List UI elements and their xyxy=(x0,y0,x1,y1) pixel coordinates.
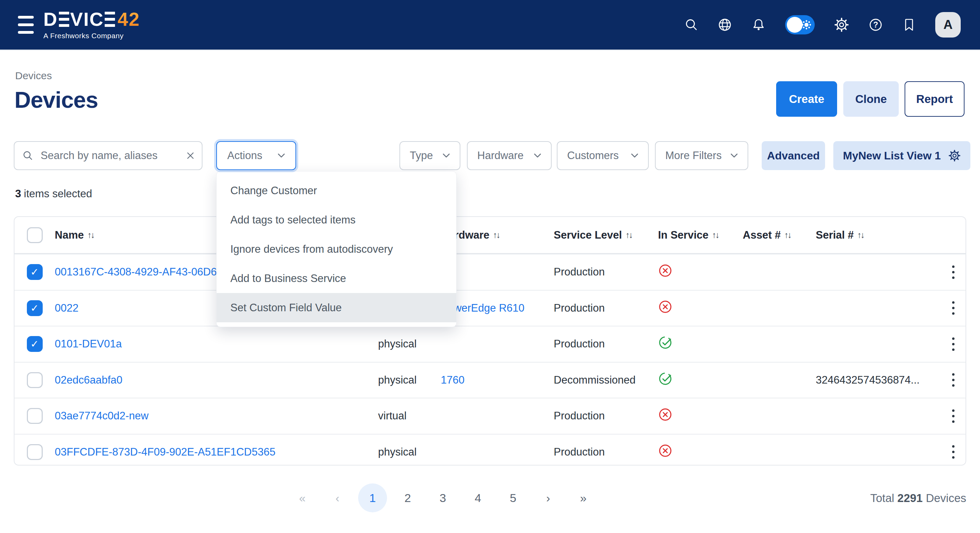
search-icon[interactable] xyxy=(684,18,698,32)
hardware-filter[interactable]: Hardware xyxy=(467,141,552,170)
table-header-row: Name↑↓ Type↑↓ Hardware↑↓ Service Level↑↓… xyxy=(14,217,966,254)
service-level-cell: Production xyxy=(554,266,658,278)
sort-icon[interactable]: ↑↓ xyxy=(784,230,791,240)
logo-letter: D xyxy=(43,10,58,29)
sort-icon[interactable]: ↑↓ xyxy=(625,230,632,240)
pagination-page-3[interactable]: 3 xyxy=(428,484,457,512)
device-name-link[interactable]: 03FFCDFE-873D-4F09-902E-A51EF1CD5365 xyxy=(55,446,378,458)
logo-letters: VIC xyxy=(70,10,104,29)
column-header-hardware[interactable]: Hardware↑↓ xyxy=(441,229,554,241)
pagination-page-5[interactable]: 5 xyxy=(499,484,528,512)
service-level-cell: Decommissioned xyxy=(554,374,658,386)
selection-summary: 3items selected xyxy=(15,188,92,200)
in-service-icon xyxy=(658,372,743,389)
gear-icon[interactable] xyxy=(948,150,961,162)
row-checkbox[interactable] xyxy=(27,264,43,280)
globe-icon[interactable] xyxy=(718,18,732,32)
search-input[interactable] xyxy=(40,149,179,162)
sort-icon[interactable]: ↑↓ xyxy=(493,230,499,240)
table-row: 0013167C-4308-4929-AF43-06D6 Production xyxy=(14,254,966,290)
row-checkbox[interactable] xyxy=(27,336,43,352)
device-name-link[interactable]: 02edc6aabfa0 xyxy=(55,374,378,386)
service-level-cell: Production xyxy=(554,446,658,458)
device-name-link[interactable]: 03ae7774c0d2-new xyxy=(55,410,378,422)
select-all-checkbox[interactable] xyxy=(27,227,43,243)
hardware-link[interactable]: 1760 xyxy=(441,374,554,386)
menu-item-add-to-business-service[interactable]: Add to Business Service xyxy=(216,264,456,293)
selection-count: 3 xyxy=(15,188,21,200)
type-filter[interactable]: Type xyxy=(399,141,460,170)
column-header-in-service[interactable]: In Service↑↓ xyxy=(658,229,743,241)
row-checkbox[interactable] xyxy=(27,444,43,460)
advanced-button[interactable]: Advanced xyxy=(762,141,825,170)
pagination-last[interactable]: » xyxy=(569,484,598,512)
devices-table: Name↑↓ Type↑↓ Hardware↑↓ Service Level↑↓… xyxy=(14,216,966,466)
bell-icon[interactable] xyxy=(751,18,766,32)
in-service-icon xyxy=(658,299,743,317)
column-header-asset[interactable]: Asset #↑↓ xyxy=(743,229,816,241)
device42-logo[interactable]: D VIC 42 A Freshworks Company xyxy=(43,10,140,40)
list-view-button[interactable]: MyNew List View 1 xyxy=(833,141,970,170)
actions-dropdown-button[interactable]: Actions xyxy=(216,141,296,170)
row-checkbox[interactable] xyxy=(27,372,43,388)
pagination-first[interactable]: « xyxy=(288,484,317,512)
hamburger-menu-icon[interactable] xyxy=(18,16,34,34)
row-actions-kebab[interactable] xyxy=(941,370,966,390)
in-service-icon xyxy=(658,336,743,353)
row-actions-kebab[interactable] xyxy=(941,334,966,354)
menu-item-ignore-devices[interactable]: Ignore devices from autodiscovery xyxy=(216,234,456,264)
customers-filter[interactable]: Customers xyxy=(557,141,649,170)
device-name-link[interactable]: 0101-DEV01a xyxy=(55,338,378,350)
search-box[interactable] xyxy=(14,141,202,170)
sort-icon[interactable]: ↑↓ xyxy=(87,230,94,240)
clear-search-icon[interactable] xyxy=(186,151,195,161)
column-header-serial[interactable]: Serial #↑↓ xyxy=(816,229,941,241)
sort-icon[interactable]: ↑↓ xyxy=(712,230,718,240)
sort-icon[interactable]: ↑↓ xyxy=(857,230,864,240)
menu-item-set-custom-field-value[interactable]: Set Custom Field Value xyxy=(216,293,456,322)
table-row: 0022 PowerEdge R610 Production xyxy=(14,290,966,326)
logo-letter-e xyxy=(105,12,115,27)
column-header-service-level[interactable]: Service Level↑↓ xyxy=(554,229,658,241)
gear-icon[interactable] xyxy=(834,17,849,32)
pagination-page-2[interactable]: 2 xyxy=(393,484,422,512)
pagination-prev[interactable]: ‹ xyxy=(323,484,352,512)
pagination-next[interactable]: › xyxy=(534,484,563,512)
table-row: 03ae7774c0d2-new virtual Production xyxy=(14,398,966,434)
row-checkbox[interactable] xyxy=(27,300,43,316)
menu-item-change-customer[interactable]: Change Customer xyxy=(216,176,456,205)
search-icon xyxy=(23,151,33,161)
serial-cell: 3246432574536874... xyxy=(816,374,941,386)
type-cell: physical xyxy=(378,446,441,458)
breadcrumb[interactable]: Devices xyxy=(15,70,52,81)
menu-item-add-tags[interactable]: Add tags to selected items xyxy=(216,205,456,234)
page-title: Devices xyxy=(14,87,98,113)
pagination-page-4[interactable]: 4 xyxy=(463,484,492,512)
chevron-down-icon xyxy=(631,153,638,158)
chevron-down-icon xyxy=(278,153,285,158)
more-filters-dropdown[interactable]: More Filters xyxy=(655,141,748,170)
report-button[interactable]: Report xyxy=(905,81,964,117)
bookmark-icon[interactable] xyxy=(902,18,916,32)
help-icon[interactable]: ? xyxy=(869,18,883,32)
toggle-knob xyxy=(787,17,803,33)
pagination-page-1[interactable]: 1 xyxy=(358,484,387,512)
clone-button[interactable]: Clone xyxy=(843,81,899,117)
create-button[interactable]: Create xyxy=(776,81,837,117)
chevron-down-icon xyxy=(534,153,541,158)
service-level-cell: Production xyxy=(554,410,658,422)
hardware-link[interactable]: PowerEdge R610 xyxy=(441,302,554,314)
total-number: 2291 xyxy=(897,492,923,504)
in-service-icon xyxy=(658,407,743,425)
theme-toggle[interactable] xyxy=(785,15,815,35)
type-cell: virtual xyxy=(378,410,441,422)
table-row: 02edc6aabfa0 physical 1760 Decommissione… xyxy=(14,362,966,398)
row-actions-kebab[interactable] xyxy=(941,406,966,426)
user-avatar[interactable]: A xyxy=(935,12,961,38)
row-checkbox[interactable] xyxy=(27,408,43,424)
in-service-icon xyxy=(658,263,743,281)
row-actions-kebab[interactable] xyxy=(941,442,966,462)
pagination: « ‹ 1 2 3 4 5 › » xyxy=(288,484,598,512)
row-actions-kebab[interactable] xyxy=(941,262,966,282)
row-actions-kebab[interactable] xyxy=(941,298,966,318)
